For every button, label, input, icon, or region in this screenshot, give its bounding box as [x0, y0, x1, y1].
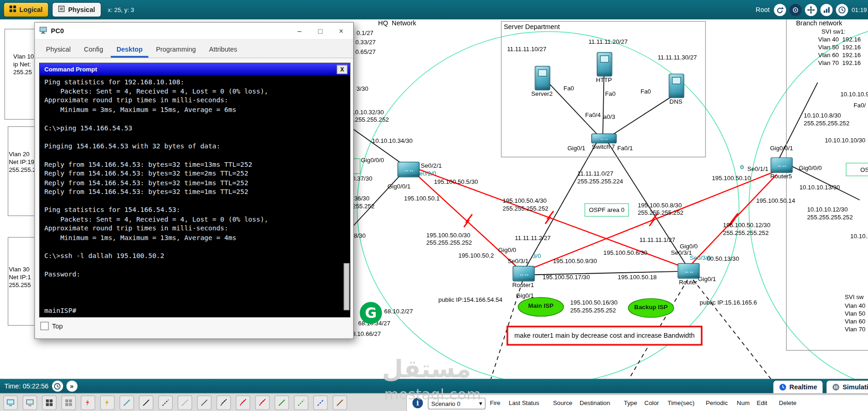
top-checkbox[interactable]: [41, 322, 49, 330]
top-checkbox-label: Top: [52, 322, 63, 330]
custom-cable-icon[interactable]: [333, 395, 347, 410]
pc0-tabbar: PhysicalConfigDesktopProgrammingAttribut…: [35, 40, 353, 59]
pc0-window: PC0 – □ × PhysicalConfigDesktopProgrammi…: [35, 22, 354, 339]
backup-isp-ellipse[interactable]: [628, 299, 674, 317]
pc0-window-title: PC0: [51, 27, 64, 35]
iot-cable-icon[interactable]: [294, 395, 308, 410]
tablet-icon[interactable]: [23, 395, 37, 410]
cursor-coordinates: x: 25, y: 3: [108, 6, 134, 13]
fast-forward-icon: »: [70, 382, 74, 390]
pdu-header-num[interactable]: Num: [737, 399, 750, 406]
coax-cable-icon[interactable]: [216, 395, 231, 410]
physical-icon: [58, 6, 64, 14]
terminal-output[interactable]: Ping statistics for 192.168.10.108: Pack…: [40, 75, 350, 317]
pdu-header-destination[interactable]: Destination: [580, 399, 610, 406]
terminal-scrollbar-thumb[interactable]: [344, 263, 350, 310]
phone-cable-icon[interactable]: [197, 395, 211, 410]
realtime-icon: [779, 383, 786, 391]
tab-physical-label: Physical: [68, 6, 95, 14]
auto-connect-icon[interactable]: [81, 395, 95, 410]
tab-simulation[interactable]: Simulation: [826, 380, 868, 394]
pc0-tab-programming[interactable]: Programming: [151, 41, 202, 58]
packet-tracer-app: Main ISPBackup ISPOSPF area 0OSPFmake ro…: [0, 0, 868, 411]
viewport-chart-button[interactable]: [821, 4, 833, 16]
console-cable-icon[interactable]: [120, 395, 134, 410]
ethernet-link-line[interactable]: [550, 84, 599, 136]
connection-icons: [0, 395, 347, 410]
clock-reset-button[interactable]: [52, 381, 63, 392]
ethernet-link-line[interactable]: [526, 142, 597, 266]
octal-cable-icon[interactable]: [274, 395, 289, 410]
pc-icon: [39, 26, 47, 36]
root-label: Root: [756, 6, 769, 14]
pc0-footer: Top: [41, 322, 63, 330]
ethernet-link-line[interactable]: [535, 271, 677, 275]
back-button[interactable]: [774, 4, 786, 16]
g-logo: G: [360, 302, 382, 324]
ethernet-link-line[interactable]: [792, 166, 860, 200]
ethernet-link-line[interactable]: [608, 142, 685, 264]
copper-straight-icon[interactable]: [139, 395, 153, 410]
command-prompt-close-button[interactable]: X: [337, 65, 348, 74]
end-device-icon[interactable]: [3, 395, 17, 410]
simulation-time: Time: 05:22:56: [5, 382, 49, 390]
fast-forward-button[interactable]: »: [66, 381, 77, 392]
environment-clock-icon[interactable]: [836, 4, 848, 16]
ethernet-link-line[interactable]: [603, 75, 604, 134]
pc0-titlebar[interactable]: PC0 – □ ×: [35, 23, 353, 40]
serial-dte-icon[interactable]: [255, 395, 269, 410]
fiber-cable-icon[interactable]: [178, 395, 192, 410]
pc0-tab-config[interactable]: Config: [78, 41, 109, 58]
tab-realtime[interactable]: Realtime: [773, 380, 823, 394]
main-isp-ellipse[interactable]: [518, 298, 564, 317]
lightning-bolt-icon: [649, 213, 658, 226]
pdu-header-delete[interactable]: Delete: [779, 399, 796, 406]
tab-physical[interactable]: Physical: [52, 2, 101, 17]
pdu-header-color[interactable]: Color: [644, 399, 659, 406]
pdu-header-source[interactable]: Source: [553, 399, 572, 406]
hub-icon[interactable]: [42, 395, 56, 410]
toolbar-right-cluster: Root 01:19: [756, 4, 868, 16]
device-palette-bar: i Scenario 0 ▾ FireLast StatusSourceDest…: [0, 393, 868, 411]
pdu-header-fire[interactable]: Fire: [490, 399, 501, 406]
pdu-header-edit[interactable]: Edit: [757, 399, 767, 406]
window-controls: – □ ×: [297, 27, 349, 35]
branch-network-ellipse: [749, 25, 868, 390]
minimize-button[interactable]: –: [297, 27, 302, 35]
command-prompt-titlebar[interactable]: Command Prompt X: [40, 63, 350, 75]
pc0-tab-attributes[interactable]: Attributes: [204, 41, 243, 58]
pdu-header-last-status[interactable]: Last Status: [509, 399, 539, 406]
environment-clock-text: 01:19: [852, 6, 867, 13]
command-prompt-window: Command Prompt X Ping statistics for 192…: [39, 63, 350, 317]
chevron-down-icon: ▾: [479, 400, 482, 407]
scenario-select-value: Scenario 0: [431, 400, 460, 407]
scenario-select[interactable]: Scenario 0 ▾: [428, 398, 485, 409]
pdu-header-periodic[interactable]: Periodic: [706, 399, 728, 406]
pan-button[interactable]: [805, 4, 817, 16]
pc0-tab-physical[interactable]: Physical: [41, 41, 76, 58]
main-toolbar: Logical Physical x: 25, y: 3 Root 01:19: [0, 0, 868, 19]
simulation-icon: [832, 383, 840, 391]
tab-logical[interactable]: Logical: [3, 2, 49, 17]
pdu-header-time-sec-[interactable]: Time(sec): [668, 399, 694, 406]
copper-cross-icon[interactable]: [158, 395, 173, 410]
info-icon[interactable]: i: [413, 398, 423, 408]
hq-network-ellipse: [357, 32, 739, 384]
ethernet-link-line[interactable]: [610, 94, 676, 136]
cloud-icon[interactable]: [61, 395, 76, 410]
serial-dce-icon[interactable]: [236, 395, 250, 410]
pc0-tab-desktop[interactable]: Desktop: [111, 41, 148, 58]
terminal-scrollbar[interactable]: [344, 75, 350, 316]
lightning-bolt-icon: [545, 211, 553, 224]
auto-connect-alt-icon[interactable]: [100, 395, 115, 410]
pdu-header-type[interactable]: Type: [624, 399, 637, 406]
tab-logical-label: Logical: [19, 6, 43, 14]
tab-realtime-label: Realtime: [789, 383, 817, 391]
maximize-button[interactable]: □: [318, 27, 322, 35]
locate-button[interactable]: [790, 4, 802, 16]
lightning-bolt-icon: [729, 213, 738, 226]
ethernet-link-line[interactable]: [779, 82, 817, 159]
usb-cable-icon[interactable]: [313, 395, 327, 410]
close-button[interactable]: ×: [339, 27, 343, 35]
pdu-panel: i Scenario 0 ▾ FireLast StatusSourceDest…: [406, 394, 868, 411]
